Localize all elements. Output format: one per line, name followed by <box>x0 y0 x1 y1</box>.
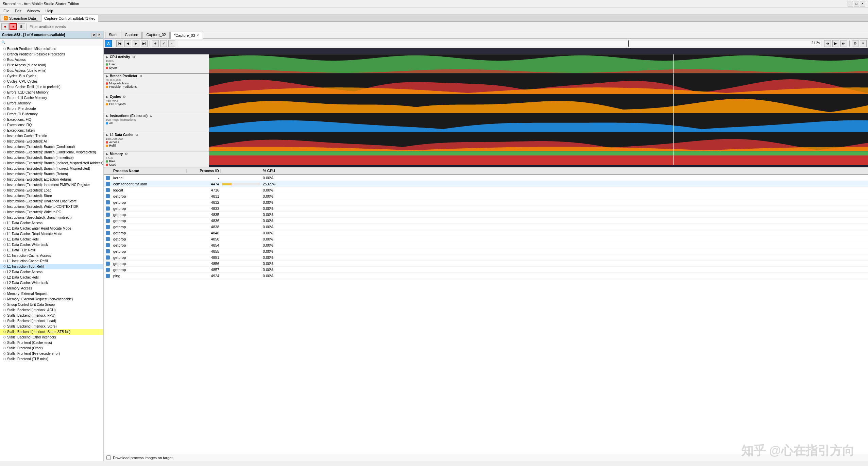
table-row[interactable]: getprop48350.00% <box>104 212 868 218</box>
list-item[interactable]: Stalls: Frontend (TLB miss) <box>0 356 103 362</box>
list-item[interactable]: Instructions (Executed): Branch (Conditi… <box>0 144 103 150</box>
record-button[interactable]: ● <box>1 23 9 30</box>
stop-button[interactable]: ■ <box>10 23 17 30</box>
col-header-cpu[interactable]: % CPU <box>261 169 295 173</box>
chart-settings-branch_predictor[interactable]: ⚙ <box>139 74 142 78</box>
chart-expand-memory[interactable]: ▶ <box>106 152 108 156</box>
list-item[interactable]: Stalls: Backend (Interlock, Store, STB f… <box>0 329 103 335</box>
list-item[interactable]: L2 Data Cache: Refill <box>0 275 103 280</box>
chart-settings-instructions[interactable]: ⚙ <box>150 114 153 118</box>
list-item[interactable]: Instructions (Executed): Exception Retur… <box>0 177 103 182</box>
list-item[interactable]: Exceptions: IRQ <box>0 122 103 128</box>
rewind-button[interactable]: |◀ <box>116 40 123 47</box>
list-item[interactable]: Instructions (Executed): All <box>0 139 103 144</box>
table-row[interactable]: getprop48380.00% <box>104 224 868 230</box>
list-item[interactable]: Stalls: Backend (Interlock, AGU) <box>0 307 103 313</box>
capture03-close-icon[interactable]: ✕ <box>197 34 199 37</box>
list-item[interactable]: Memory: External Request <box>0 291 103 297</box>
list-item[interactable]: Memory: Access <box>0 286 103 291</box>
table-row[interactable]: getprop48500.00% <box>104 236 868 242</box>
table-row[interactable]: getprop48510.00% <box>104 254 868 261</box>
chart-settings-memory[interactable]: ⚙ <box>125 152 128 156</box>
step-forward-button[interactable]: ▶| <box>141 40 148 47</box>
list-item[interactable]: Stalls: Backend (Other interlock) <box>0 335 103 340</box>
table-row[interactable]: com.tencent.mf.uam447425.65% <box>104 181 868 187</box>
table-row[interactable]: logcat47160.00% <box>104 187 868 193</box>
panel-close-button[interactable]: ✕ <box>97 33 101 37</box>
step-back-button[interactable]: ◀ <box>124 40 131 47</box>
list-item[interactable]: Instructions (Executed): Branch (Indirec… <box>0 161 103 166</box>
chart-expand-instructions[interactable]: ▶ <box>106 114 108 118</box>
chart-settings-cycles[interactable]: ⚙ <box>123 95 126 99</box>
close-button[interactable]: ✕ <box>860 1 865 6</box>
playback-play[interactable]: ▶ <box>832 40 839 47</box>
list-item[interactable]: Memory: External Request (non-cacheable) <box>0 297 103 302</box>
list-item[interactable]: L1 Data Cache: Read Allocate Mode <box>0 231 103 237</box>
list-item[interactable]: Errors: TLB Memory <box>0 112 103 117</box>
list-item[interactable]: Errors: L1D Cache Memory <box>0 90 103 95</box>
list-item[interactable]: L1 Data TLB: Refill <box>0 248 103 253</box>
list-item[interactable]: Instructions (Executed): Increment PMSWI… <box>0 182 103 188</box>
list-item[interactable]: Bus: Access (due to write) <box>0 68 103 73</box>
list-item[interactable]: Exceptions: Taken <box>0 128 103 133</box>
tab-capture-control[interactable]: Capture Control: adbtab717fec <box>41 15 98 22</box>
download-checkbox[interactable] <box>106 455 111 460</box>
list-item[interactable]: L1 Data Cache: Enter Read Allocate Mode <box>0 226 103 231</box>
table-row[interactable]: kernel-0.00% <box>104 175 868 181</box>
list-item[interactable]: Branch Predictor: Mispredictions <box>0 46 103 52</box>
tab-capture03[interactable]: *Capture_03 ✕ <box>170 32 203 39</box>
col-header-name[interactable]: Process Name <box>112 169 187 173</box>
zoom-fit-button[interactable]: ⤢ <box>160 40 167 47</box>
list-item[interactable]: Instructions (Executed): Branch (Return) <box>0 171 103 177</box>
list-item[interactable]: L1 Instruction TLB: Refill <box>0 264 103 269</box>
tab-streamline-data[interactable]: S Streamline Data_ <box>1 15 41 21</box>
list-item[interactable]: Cycles: Bus Cycles <box>0 73 103 79</box>
tab-start[interactable]: Start <box>105 32 120 38</box>
chart-canvas-cycles[interactable] <box>209 94 868 113</box>
list-item[interactable]: Snoop Control Unit Data Snoop <box>0 302 103 307</box>
chart-canvas-cpu_activity[interactable] <box>209 54 868 73</box>
list-item[interactable]: Stalls: Frontend (Cache miss) <box>0 340 103 346</box>
list-item[interactable]: Exceptions: FIQ <box>0 117 103 122</box>
chart-settings-l1_data_cache[interactable]: ⚙ <box>135 133 138 137</box>
list-item[interactable]: Instructions (Executed): Branch (Immedia… <box>0 155 103 161</box>
playback-rewind[interactable]: ⏮ <box>824 40 831 47</box>
list-item[interactable]: Instruction Cache: Throttle <box>0 133 103 139</box>
settings-button[interactable]: ⚙ <box>852 40 858 47</box>
list-item[interactable]: Instructions (Executed): Store <box>0 193 103 199</box>
table-row[interactable]: getprop48320.00% <box>104 199 868 205</box>
zoom-in-button[interactable]: + <box>152 40 159 47</box>
list-item[interactable]: Errors: L1I Cache Memory <box>0 95 103 101</box>
list-item[interactable]: L1 Data Cache: Access <box>0 220 103 226</box>
list-item[interactable]: Cycles: CPU Cycles <box>0 79 103 84</box>
chart-expand-cycles[interactable]: ▶ <box>106 95 108 99</box>
menu-file[interactable]: File <box>1 8 12 14</box>
list-item[interactable]: Stalls: Frontend (Pre-decode error) <box>0 351 103 356</box>
clear-button[interactable]: 🗑 <box>18 23 25 30</box>
chart-canvas-instructions[interactable] <box>209 113 868 132</box>
menu-window[interactable]: Window <box>25 8 42 14</box>
list-item[interactable]: L2 Data Cache: Access <box>0 269 103 275</box>
list-item[interactable]: Instructions (Executed): Unaligned Load/… <box>0 199 103 204</box>
list-item[interactable]: L1 Data Cache: Refill <box>0 237 103 242</box>
table-row[interactable]: getprop48480.00% <box>104 230 868 236</box>
maximize-button[interactable]: □ <box>854 1 859 6</box>
table-row[interactable]: ping49240.00% <box>104 273 868 279</box>
list-item[interactable]: Data Cache: Refill (due to prefetch) <box>0 84 103 90</box>
table-row[interactable]: getprop48310.00% <box>104 193 868 199</box>
chart-expand-l1_data_cache[interactable]: ▶ <box>106 133 108 137</box>
panel-settings-button[interactable]: ⚙ <box>91 33 96 37</box>
list-item[interactable]: Errors: Pre-decode <box>0 106 103 112</box>
chart-canvas-memory[interactable] <box>209 151 868 165</box>
list-item[interactable]: L1 Instruction Cache: Access <box>0 253 103 259</box>
chart-canvas-branch_predictor[interactable] <box>209 73 868 94</box>
play-button[interactable]: ▶ <box>133 40 139 47</box>
list-item[interactable]: Errors: Memory <box>0 101 103 106</box>
menu-edit[interactable]: Edit <box>13 8 23 14</box>
minimize-button[interactable]: ─ <box>848 1 853 6</box>
list-item[interactable]: Instructions (Executed): Branch (Conditi… <box>0 150 103 155</box>
tab-capture02[interactable]: Capture_02 <box>142 32 170 38</box>
list-item[interactable]: Stalls: Backend (Interlock, FPU) <box>0 313 103 318</box>
list-item[interactable]: L1 Data Cache: Write-back <box>0 242 103 248</box>
list-item[interactable]: Instructions (Speculated): Branch (indir… <box>0 215 103 220</box>
